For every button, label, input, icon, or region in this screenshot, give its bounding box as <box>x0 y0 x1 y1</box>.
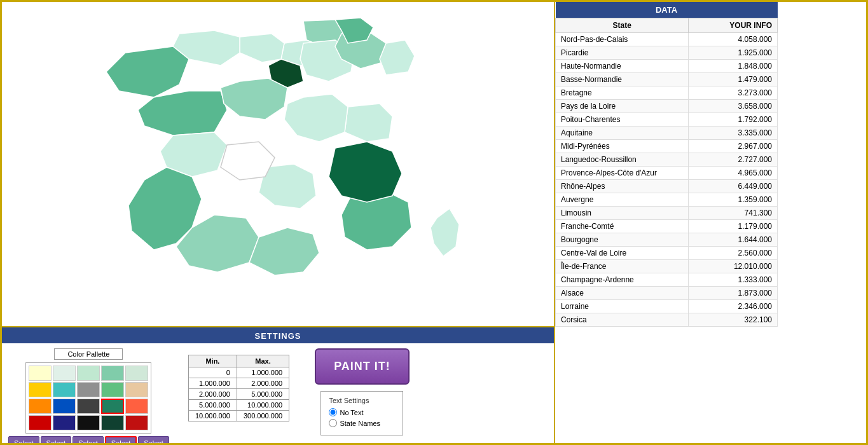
swatch-9[interactable] <box>101 382 124 397</box>
swatch-5[interactable] <box>125 366 148 381</box>
range-section: Min. Max. 01.000.0001.000.0002.000.0002.… <box>188 355 289 421</box>
state-value: 1.848.000 <box>689 60 778 73</box>
swatch-19[interactable] <box>101 415 124 430</box>
select-btn-2[interactable]: Select <box>41 436 72 445</box>
state-name: Corsica <box>556 313 689 327</box>
state-value: 1.333.000 <box>689 273 778 287</box>
swatch-12[interactable] <box>53 399 76 414</box>
no-text-radio[interactable] <box>329 408 337 416</box>
state-value: 1.479.000 <box>689 73 778 86</box>
range-max: 300.000.000 <box>237 411 289 421</box>
map-area <box>2 2 554 327</box>
state-value: 322.100 <box>689 313 778 327</box>
state-value: 2.967.000 <box>689 140 778 153</box>
range-row: 2.000.0005.000.000 <box>188 389 289 400</box>
state-name: Haute-Normandie <box>556 60 689 73</box>
no-text-label: No Text <box>340 409 363 416</box>
right-panel: DATA State YOUR INFO Nord-Pas-de-Calais4… <box>555 2 778 443</box>
swatch-20[interactable] <box>125 415 148 430</box>
table-row: Aquitaine3.335.000 <box>556 127 778 140</box>
settings-header: SETTINGS <box>2 329 554 343</box>
table-row: Bourgogne1.644.000 <box>556 233 778 247</box>
table-row: Languedoc-Roussillon2.727.000 <box>556 153 778 167</box>
state-name: Alsace <box>556 287 689 300</box>
select-btn-5[interactable]: Select <box>138 436 169 445</box>
table-row: Haute-Normandie1.848.000 <box>556 60 778 73</box>
state-value: 4.058.000 <box>689 33 778 46</box>
paint-section: PAINT IT! Text Settings No Text State Na… <box>315 348 410 435</box>
swatch-18[interactable] <box>77 415 100 430</box>
table-row: Auvergne1.359.000 <box>556 193 778 207</box>
paint-button[interactable]: PAINT IT! <box>315 348 410 385</box>
select-buttons-row: Select Select Select Select Select <box>8 436 169 445</box>
state-name: Centre-Val de Loire <box>556 247 689 260</box>
state-name: Poitou-Charentes <box>556 113 689 127</box>
state-value: 741.300 <box>689 207 778 220</box>
table-row: Provence-Alpes-Côte d'Azur4.965.000 <box>556 167 778 180</box>
state-value: 2.560.000 <box>689 247 778 260</box>
swatch-16[interactable] <box>29 415 52 430</box>
swatch-11[interactable] <box>29 399 52 414</box>
select-btn-1[interactable]: Select <box>8 436 39 445</box>
range-max: 5.000.000 <box>237 389 289 400</box>
left-panel: SETTINGS Color Pallette <box>2 2 555 443</box>
select-btn-4[interactable]: Select <box>105 436 137 445</box>
swatch-17[interactable] <box>53 415 76 430</box>
state-value: 3.273.000 <box>689 86 778 100</box>
col-state-header: State <box>556 18 689 33</box>
state-name: Pays de la Loire <box>556 100 689 113</box>
state-names-radio[interactable] <box>329 419 337 427</box>
range-min: 0 <box>188 367 237 378</box>
state-value: 3.658.000 <box>689 100 778 113</box>
state-value: 1.873.000 <box>689 287 778 300</box>
state-value: 1.925.000 <box>689 46 778 60</box>
table-row: Bretagne3.273.000 <box>556 86 778 100</box>
swatch-10[interactable] <box>125 382 148 397</box>
state-value: 2.346.000 <box>689 300 778 313</box>
table-row: Basse-Normandie1.479.000 <box>556 73 778 86</box>
swatch-1[interactable] <box>29 366 52 381</box>
data-table: DATA State YOUR INFO Nord-Pas-de-Calais4… <box>555 2 778 327</box>
range-table: Min. Max. 01.000.0001.000.0002.000.0002.… <box>188 355 289 421</box>
range-max: 2.000.000 <box>237 378 289 389</box>
state-name: Nord-Pas-de-Calais <box>556 33 689 46</box>
state-names-label: State Names <box>340 420 380 427</box>
swatch-7[interactable] <box>53 382 76 397</box>
settings-content: Color Pallette <box>2 343 554 445</box>
state-name: Picardie <box>556 46 689 60</box>
range-row: 5.000.00010.000.000 <box>188 400 289 411</box>
state-name: Bourgogne <box>556 233 689 247</box>
table-row: Alsace1.873.000 <box>556 287 778 300</box>
swatch-2[interactable] <box>53 366 76 381</box>
col-info-header: YOUR INFO <box>689 18 778 33</box>
swatch-13[interactable] <box>77 399 100 414</box>
palette-section: Color Pallette <box>8 348 169 445</box>
state-value: 12.010.000 <box>689 260 778 273</box>
table-row: Rhône-Alpes6.449.000 <box>556 180 778 193</box>
select-btn-3[interactable]: Select <box>72 436 104 445</box>
state-value: 1.359.000 <box>689 193 778 207</box>
no-text-option[interactable]: No Text <box>329 408 395 416</box>
range-row: 10.000.000300.000.000 <box>188 411 289 421</box>
range-max-header: Max. <box>237 355 289 367</box>
state-value: 6.449.000 <box>689 180 778 193</box>
swatch-4[interactable] <box>101 366 124 381</box>
state-value: 1.792.000 <box>689 113 778 127</box>
swatch-15[interactable] <box>125 399 148 414</box>
table-row: Picardie1.925.000 <box>556 46 778 60</box>
state-name: Île-de-France <box>556 260 689 273</box>
swatch-8[interactable] <box>77 382 100 397</box>
state-name: Limousin <box>556 207 689 220</box>
range-row: 01.000.000 <box>188 367 289 378</box>
state-name: Basse-Normandie <box>556 73 689 86</box>
settings-panel: SETTINGS Color Pallette <box>2 327 554 445</box>
range-max: 10.000.000 <box>237 400 289 411</box>
state-names-option[interactable]: State Names <box>329 419 395 427</box>
range-min-header: Min. <box>188 355 237 367</box>
swatch-6[interactable] <box>29 382 52 397</box>
swatch-14[interactable] <box>101 399 124 414</box>
state-value: 2.727.000 <box>689 153 778 167</box>
table-row: Corsica322.100 <box>556 313 778 327</box>
swatch-3[interactable] <box>77 366 100 381</box>
state-name: Champagne-Ardenne <box>556 273 689 287</box>
